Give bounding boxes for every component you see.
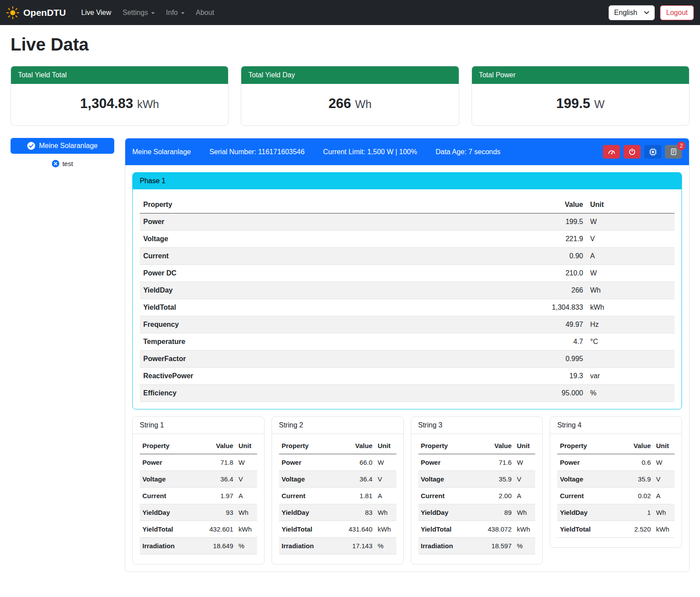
row-property: Voltage [557, 471, 621, 488]
brand[interactable]: OpenDTU [6, 6, 66, 19]
table-row: YieldDay 89 Wh [418, 504, 536, 521]
row-value: 71.6 [482, 454, 514, 471]
page-content: Live Data Total Yield Total 1,304.83 kWh… [0, 25, 700, 584]
column-header-unit: Unit [653, 438, 675, 454]
row-value: 83 [343, 504, 375, 521]
row-value: 432.601 [203, 521, 236, 538]
row-value: 17.143 [343, 538, 375, 554]
row-value: 95.000 [521, 385, 587, 402]
row-property: Power [140, 454, 203, 471]
inverter-header: Meine Solaranlage Serial Number: 1161716… [125, 138, 689, 165]
row-property: YieldDay [418, 504, 482, 521]
nav-settings[interactable]: Settings [117, 5, 160, 20]
table-row: Current 1.81 A [279, 488, 396, 504]
card-header: Total Power [472, 66, 689, 84]
sidebar-item-test[interactable]: test [11, 160, 114, 167]
row-property: Current [418, 488, 482, 504]
nav-info[interactable]: Info [160, 5, 190, 20]
total-power-value: 199.5 [556, 96, 591, 112]
string-1-card: String 1 Property Value Unit [132, 416, 265, 564]
row-value: 89 [482, 504, 514, 521]
row-property: YieldTotal [418, 521, 482, 538]
row-property: YieldDay [279, 504, 343, 521]
row-unit: Wh [236, 504, 257, 521]
row-value: 4.7 [521, 333, 587, 351]
nav-settings-label: Settings [123, 9, 148, 17]
row-unit: A [587, 248, 675, 265]
row-value: 0.995 [521, 351, 587, 368]
row-unit: A [653, 488, 675, 504]
main-nav: Live View Settings Info About [76, 5, 220, 20]
table-row: Current 1.97 A [140, 488, 257, 504]
row-unit: V [375, 471, 396, 488]
table-row: Current 0.02 A [557, 488, 675, 504]
table-row: Temperature 4.7 °C [140, 333, 675, 351]
logout-button[interactable]: Logout [660, 5, 694, 20]
row-value: 2.520 [621, 521, 653, 538]
table-row: PowerFactor 0.995 [140, 351, 675, 368]
table-row: Current 2.00 A [418, 488, 536, 504]
row-unit: °C [587, 333, 675, 351]
row-unit: kWh [653, 521, 675, 538]
sidebar-item-meine-solaranlage[interactable]: Meine Solaranlage [11, 138, 114, 154]
nav-live-view[interactable]: Live View [76, 5, 117, 20]
row-value: 93 [203, 504, 236, 521]
row-property: YieldDay [140, 282, 521, 299]
summary-cards: Total Yield Total 1,304.83 kWh Total Yie… [11, 66, 689, 126]
total-yield-day-value: 266 [328, 96, 351, 112]
inverter-data-age: Data Age: 7 seconds [435, 148, 501, 156]
limit-settings-button[interactable] [603, 145, 620, 159]
row-value: 36.4 [343, 471, 375, 488]
table-row: Power 71.8 W [140, 454, 257, 471]
row-property: Voltage [140, 231, 521, 248]
row-property: YieldTotal [279, 521, 343, 538]
power-control-button[interactable] [624, 145, 641, 159]
total-yield-total-card: Total Yield Total 1,304.83 kWh [11, 66, 228, 126]
x-circle-icon [52, 160, 59, 167]
table-row: Irradiation 18.649 % [140, 538, 257, 554]
row-value: 266 [521, 282, 587, 299]
string-card-body: Property Value Unit Power [411, 434, 543, 564]
row-property: Irradiation [279, 538, 343, 554]
string-2-table: Property Value Unit Power [279, 438, 396, 554]
column-header-unit: Unit [587, 196, 675, 213]
row-unit: W [653, 454, 675, 471]
row-unit: V [514, 471, 535, 488]
device-info-button[interactable] [644, 145, 661, 159]
row-property: Current [557, 488, 621, 504]
table-header-row: Property Value Unit [418, 438, 536, 454]
sidebar-item-label: test [62, 160, 73, 167]
column-header-unit: Unit [236, 438, 257, 454]
nav-about-label: About [196, 9, 214, 17]
row-unit: A [514, 488, 535, 504]
row-unit: W [236, 454, 257, 471]
table-row: YieldTotal 432.601 kWh [140, 521, 257, 538]
row-property: Power [557, 454, 621, 471]
row-unit: Wh [653, 504, 675, 521]
row-property: Voltage [418, 471, 482, 488]
nav-live-view-label: Live View [81, 9, 111, 17]
card-header: Total Yield Total [11, 66, 228, 84]
event-log-button[interactable]: 2 [665, 145, 682, 159]
column-header-property: Property [557, 438, 621, 454]
string-3-card: String 3 Property Value Unit [411, 416, 543, 564]
row-property: Temperature [140, 333, 521, 351]
nav-about[interactable]: About [190, 5, 220, 20]
row-property: Efficiency [140, 385, 521, 402]
language-select[interactable]: English [609, 5, 655, 20]
inverter-name: Meine Solaranlage [132, 148, 191, 156]
row-value: 221.9 [521, 231, 587, 248]
row-unit: Hz [587, 316, 675, 333]
table-row: YieldTotal 438.072 kWh [418, 521, 536, 538]
string-card-body: Property Value Unit Power [550, 434, 682, 547]
table-row: Power 199.5 W [140, 213, 675, 231]
row-property: Current [140, 488, 203, 504]
inverter-card: Meine Solaranlage Serial Number: 1161716… [125, 138, 689, 572]
string-card-body: Property Value Unit Power [272, 434, 403, 564]
row-property: Power [140, 213, 521, 231]
row-property: Voltage [140, 471, 203, 488]
row-property: PowerFactor [140, 351, 521, 368]
inverter-limit: Current Limit: 1,500 W | 100% [323, 148, 417, 156]
card-body: 199.5 W [472, 84, 689, 125]
gauge-icon [608, 148, 616, 156]
